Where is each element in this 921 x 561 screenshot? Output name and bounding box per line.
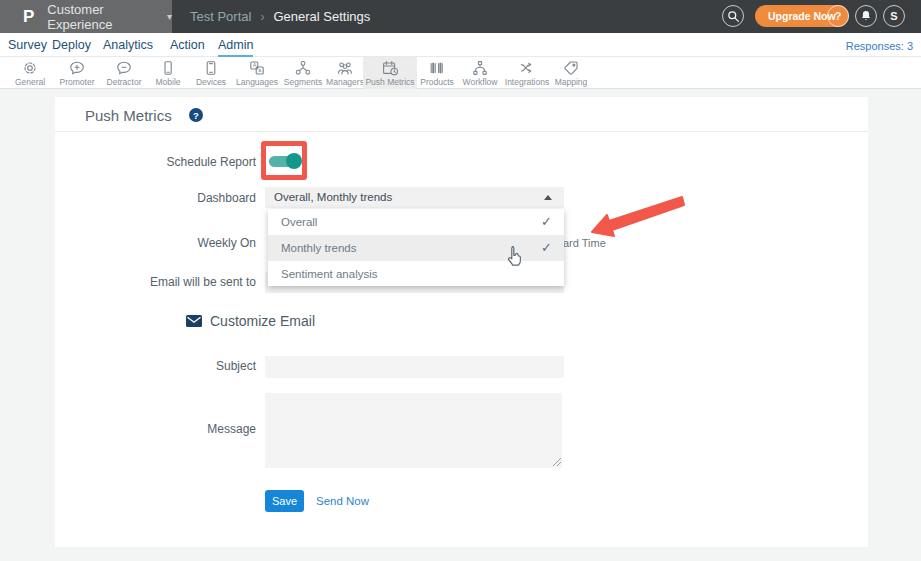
dashboard-dropdown-panel: Overall ✓ Monthly trends ✓ Sentiment ana…	[268, 209, 564, 286]
breadcrumb: Test Portal › General Settings	[190, 0, 370, 33]
notifications-button[interactable]	[855, 5, 877, 27]
toolbar-item-label: Managers	[326, 77, 364, 87]
mapping-tag-icon	[562, 59, 580, 77]
nav-item-action[interactable]: Action	[170, 38, 205, 52]
detractor-bubble-minus-icon	[115, 59, 133, 77]
question-icon: ?	[835, 10, 842, 22]
message-label: Message	[207, 422, 256, 436]
search-icon	[727, 10, 740, 23]
schedule-report-label: Schedule Report	[167, 155, 256, 169]
top-bar: P Customer Experience ▾ Test Portal › Ge…	[0, 0, 921, 33]
responses-link[interactable]: Responses: 3	[846, 40, 913, 52]
schedule-report-toggle[interactable]	[269, 156, 300, 167]
toolbar-item-general[interactable]: General	[3, 57, 57, 89]
dashboard-select-value: Overall, Monthly trends	[274, 191, 392, 203]
devices-icon	[202, 59, 220, 77]
toolbar-item-workflow[interactable]: Workflow	[453, 57, 507, 89]
nav-item-analytics[interactable]: Analytics	[103, 38, 153, 52]
dropdown-option-overall[interactable]: Overall ✓	[268, 209, 564, 235]
dropdown-option-monthly-trends[interactable]: Monthly trends ✓	[268, 235, 564, 261]
message-textarea[interactable]	[265, 393, 562, 468]
toolbar-item-label: Push Metrics	[365, 77, 414, 87]
chevron-down-icon: ▾	[167, 11, 172, 22]
svg-text:a: a	[258, 67, 262, 73]
dropdown-option-sentiment-analysis[interactable]: Sentiment analysis	[268, 261, 564, 287]
toolbar-item-promoter[interactable]: Promoter	[50, 57, 104, 89]
dashboard-label: Dashboard	[197, 191, 256, 205]
toolbar-item-label: Devices	[196, 77, 226, 87]
toolbar-item-label: Integrations	[505, 77, 549, 87]
check-icon: ✓	[541, 235, 552, 261]
toolbar-item-label: Detractor	[107, 77, 142, 87]
svg-text:A: A	[253, 62, 257, 68]
mobile-icon	[159, 59, 177, 77]
dropdown-option-label: Sentiment analysis	[281, 268, 378, 280]
toggle-knob	[286, 153, 302, 169]
brand-logo: P	[23, 7, 34, 27]
toolbar-item-push-metrics[interactable]: Push Metrics	[363, 57, 417, 89]
envelope-icon	[186, 315, 202, 327]
toolbar-item-label: General	[15, 77, 45, 87]
dropdown-option-label: Overall	[281, 216, 317, 228]
customize-email-header: Customize Email	[186, 313, 315, 329]
save-button[interactable]: Save	[265, 490, 304, 512]
toolbar-item-label: Mapping	[555, 77, 588, 87]
promoter-bubble-plus-icon	[68, 59, 86, 77]
caret-up-icon	[544, 195, 552, 200]
check-icon: ✓	[541, 209, 552, 235]
breadcrumb-page: General Settings	[273, 9, 370, 24]
toolbar-item-label: Mobile	[155, 77, 180, 87]
toolbar-item-label: Segments	[284, 77, 322, 87]
managers-icon	[336, 59, 354, 77]
toolbar-item-label: Products	[420, 77, 454, 87]
gear-icon	[21, 59, 39, 77]
product-name: Customer Experience	[47, 2, 160, 32]
customize-email-title: Customize Email	[210, 313, 315, 329]
page-title: Push Metrics	[85, 107, 172, 124]
avatar-initial: S	[890, 10, 897, 22]
toolbar-item-label: Workflow	[463, 77, 498, 87]
dashboard-select[interactable]: Overall, Monthly trends	[265, 187, 564, 208]
search-button[interactable]	[722, 5, 744, 27]
breadcrumb-separator: ›	[260, 10, 264, 24]
toolbar-item-label: Languages	[236, 77, 278, 87]
toolbar-item-label: Promoter	[60, 77, 95, 87]
subject-input[interactable]	[265, 356, 564, 378]
nav-item-deploy[interactable]: Deploy	[52, 38, 91, 52]
product-switcher[interactable]: P Customer Experience ▾	[0, 0, 172, 33]
primary-nav: Survey Deploy Analytics Action Admin Res…	[0, 33, 921, 57]
avatar[interactable]: S	[883, 5, 905, 27]
send-now-link[interactable]: Send Now	[316, 495, 369, 507]
nav-item-survey[interactable]: Survey	[8, 38, 47, 52]
timezone-text-fragment: ard Time	[563, 237, 606, 249]
workflow-icon	[471, 59, 489, 77]
help-button[interactable]: ?	[827, 5, 849, 27]
subject-label: Subject	[216, 359, 256, 373]
title-divider	[55, 131, 868, 132]
nav-item-admin[interactable]: Admin	[218, 38, 253, 57]
admin-toolbar: General Promoter Detractor	[0, 57, 921, 89]
products-barcode-icon	[428, 59, 446, 77]
weekly-on-label: Weekly On	[198, 236, 256, 250]
email-to-label: Email will be sent to	[150, 275, 256, 289]
push-metrics-calendar-icon	[381, 59, 399, 77]
breadcrumb-portal[interactable]: Test Portal	[190, 9, 251, 24]
toolbar-item-mapping[interactable]: Mapping	[544, 57, 598, 89]
dropdown-option-label: Monthly trends	[281, 242, 356, 254]
integrations-icon	[518, 59, 536, 77]
app-root: P Customer Experience ▾ Test Portal › Ge…	[0, 0, 921, 561]
bell-icon	[860, 9, 872, 23]
segments-icon	[294, 59, 312, 77]
languages-icon: A a	[248, 59, 266, 77]
help-icon[interactable]: ?	[189, 108, 203, 122]
